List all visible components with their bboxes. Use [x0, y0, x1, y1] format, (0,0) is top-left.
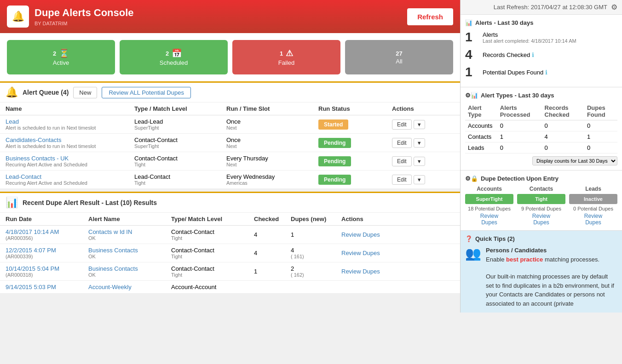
res-date[interactable]: 10/14/2015 5:04 PM: [6, 265, 88, 272]
alert-name-link[interactable]: Lead: [6, 118, 19, 125]
row-status-cell: Pending: [318, 156, 392, 166]
dd-accounts-dupes-link[interactable]: Dupes: [465, 219, 513, 226]
quick-tips-content: 👥 Persons / Candidates Enable best pract…: [465, 246, 617, 308]
results-table-row: 9/14/2015 5:03 PM Account-Weekly Account…: [0, 281, 460, 294]
row-actions-cell: Edit ▼: [392, 156, 438, 166]
scheduled-count: 2 📅: [166, 48, 182, 58]
alert-name-link[interactable]: Lead-Contact: [6, 173, 41, 180]
res-date[interactable]: 9/14/2015 5:03 PM: [6, 284, 88, 290]
res-action-cell: Review Dupes: [341, 268, 397, 275]
res-dupes-cell: 2 ( 162): [291, 265, 341, 278]
last-refresh-text: Last Refresh: 2017/04/27 at 12:08:30 GMT: [494, 4, 607, 11]
dd-contacts-review-link[interactable]: Review: [517, 213, 565, 219]
res-type: Contact-Contact: [171, 247, 254, 254]
refresh-button[interactable]: Refresh: [407, 8, 453, 25]
row-type-cell: Contact-Contact Tight: [134, 155, 226, 167]
dd-leads-dupes-link[interactable]: Dupes: [569, 219, 617, 226]
res-alert-name[interactable]: Contacts w Id IN: [88, 228, 171, 235]
quick-tips-section: ❓ Quick Tips (2) 👥 Persons / Candidates …: [461, 231, 622, 313]
alert-type: Lead-Lead: [134, 118, 226, 125]
row-name-cell: Business Contacts - UK Recuring Alert Ac…: [6, 155, 134, 167]
stat-card-active[interactable]: 2 ⏳ Active: [7, 40, 115, 74]
alert-name-link[interactable]: Business Contacts - UK: [6, 155, 69, 162]
alert-types-table: Alert Type Alerts Processed Records Chec…: [465, 102, 617, 154]
dropdown-button[interactable]: ▼: [414, 120, 425, 129]
dupes-stat-row: 1 Potential Dupes Found ℹ: [465, 65, 617, 80]
dd-accounts-review-link[interactable]: Review: [465, 213, 513, 219]
row-type-cell: Contact-Contact SuperTight: [134, 136, 226, 149]
all-count: 27: [396, 50, 402, 57]
res-type-cell: Account-Account: [171, 284, 254, 290]
dupes-found-label: Potential Dupes Found: [483, 69, 543, 76]
dropdown-button[interactable]: ▼: [414, 175, 425, 184]
stat-card-scheduled[interactable]: 2 📅 Scheduled: [120, 40, 228, 74]
res-date[interactable]: 4/18/2017 10:14 AM: [6, 228, 88, 235]
dd-accounts-btn[interactable]: SuperTight: [465, 194, 513, 204]
records-number: 4: [465, 47, 479, 62]
at-records: 4: [542, 131, 584, 142]
results-table-row: 10/14/2015 5:04 PM (AR000318) Business C…: [0, 262, 460, 281]
review-dupes-link[interactable]: Review Dupes: [341, 268, 380, 275]
res-col-dupes: Dupes (new): [291, 216, 341, 222]
new-button[interactable]: New: [73, 87, 97, 98]
quick-tips-highlight: best practice: [506, 256, 543, 263]
results-icon: 📊: [6, 197, 18, 209]
stat-card-failed[interactable]: 1 ⚠ Failed: [232, 40, 340, 74]
status-badge: Pending: [318, 138, 351, 148]
row-actions-cell: Edit ▼: [392, 138, 438, 148]
edit-button[interactable]: Edit: [392, 175, 412, 185]
alert-match: Tight: [134, 162, 226, 167]
res-type: Contact-Contact: [171, 265, 254, 272]
review-all-button[interactable]: Review ALL Potential Dupes: [102, 87, 191, 98]
dropdown-button[interactable]: ▼: [414, 157, 425, 166]
dropdown-button[interactable]: ▼: [414, 138, 425, 148]
edit-button[interactable]: Edit: [392, 138, 412, 148]
res-date[interactable]: 12/2/2015 4:07 PM: [6, 247, 88, 254]
dupes-found-info-icon[interactable]: ℹ: [545, 69, 547, 76]
results-title: Recent Dupe Alert Result - Last (10) Res…: [23, 199, 157, 206]
row-type-cell: Lead-Lead SuperTight: [134, 118, 226, 131]
res-alert-name[interactable]: Business Contacts: [88, 265, 171, 272]
quick-tips-body1: Enable: [486, 256, 506, 263]
dupes-found-label-block: Potential Dupes Found ℹ: [483, 69, 547, 76]
right-top-bar: Last Refresh: 2017/04/27 at 12:08:30 GMT…: [461, 0, 622, 15]
dd-col-contacts: Contacts Tight 9 Potential Dupes Review …: [517, 186, 565, 226]
dupe-detection-title: ⚙🔒 Dupe Detection Upon Entry: [465, 175, 617, 182]
display-counts-select[interactable]: Display counts for Last 30 Days: [532, 156, 617, 165]
at-alerts: 0: [497, 142, 542, 154]
at-col-records: Records Checked: [542, 102, 584, 120]
res-alert-name[interactable]: Account-Weekly: [88, 284, 171, 290]
at-type: Leads: [465, 142, 497, 154]
edit-button[interactable]: Edit: [392, 156, 412, 166]
review-dupes-link[interactable]: Review Dupes: [341, 250, 380, 256]
res-type: Account-Account: [171, 284, 254, 290]
alert-sub-text: Recuring Alert Active and Scheduled: [6, 162, 134, 167]
records-info-icon[interactable]: ℹ: [532, 51, 534, 58]
stat-card-all[interactable]: 27 All: [345, 40, 453, 74]
dd-contacts-dupes-link[interactable]: Dupes: [517, 219, 565, 226]
res-dupes-cell: 1: [291, 231, 341, 238]
res-dupes-cell: 4 ( 161): [291, 247, 341, 259]
dd-leads-btn[interactable]: Inactive: [569, 194, 617, 204]
res-alert-name[interactable]: Business Contacts: [88, 247, 171, 254]
row-actions-cell: Edit ▼: [392, 175, 438, 185]
alert-types-title: ⚙📊 Alert Types - Last 30 days: [465, 92, 617, 99]
res-name-cell: Account-Weekly: [88, 284, 171, 290]
alert-run: Once: [226, 136, 318, 143]
alert-name-link[interactable]: Candidates-Contacts: [6, 136, 61, 143]
edit-button[interactable]: Edit: [392, 119, 412, 130]
alert-run: Every Wednesday: [226, 173, 318, 180]
dd-col-leads: Leads Inactive 0 Potential Dupes Review …: [569, 186, 617, 226]
gear-icon[interactable]: ⚙: [611, 3, 617, 11]
alerts-last30-title: 📊 Alerts - Last 30 days: [465, 19, 617, 26]
row-status-cell: Started: [318, 119, 392, 130]
alert-run: Once: [226, 118, 318, 125]
dd-contacts-btn[interactable]: Tight: [517, 194, 565, 204]
review-dupes-link[interactable]: Review Dupes: [341, 231, 380, 238]
scheduled-label: Scheduled: [160, 59, 188, 66]
row-run-cell: Once Next: [226, 118, 318, 131]
dd-leads-review-link[interactable]: Review: [569, 213, 617, 219]
dd-leads-potential: 0 Potential Dupes: [569, 206, 617, 211]
res-col-checked: Checked: [254, 216, 291, 222]
row-name-cell: Candidates-Contacts Alert is scheduled t…: [6, 136, 134, 149]
